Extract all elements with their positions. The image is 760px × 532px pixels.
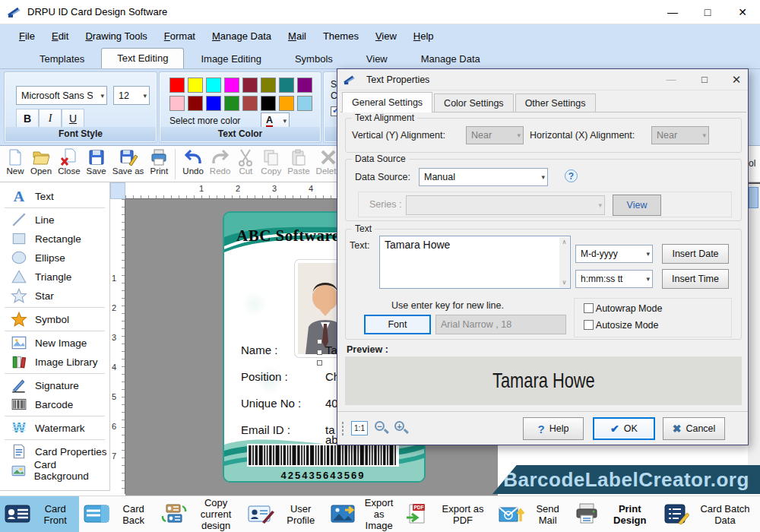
- sidebar-item-ellipse[interactable]: Ellipse: [0, 249, 109, 266]
- color-swatch[interactable]: [261, 78, 276, 93]
- font-family-dropdown[interactable]: Microsoft Sans S▾: [16, 86, 107, 105]
- data-source-dropdown[interactable]: Manual▾: [419, 168, 548, 186]
- sidebar-item-card-background[interactable]: Card Background: [0, 462, 109, 479]
- bottom-export-as-pdf-button[interactable]: PDFExport as PDF: [400, 496, 494, 532]
- dialog-tab-general-settings[interactable]: General Settings: [342, 92, 432, 112]
- tab-view[interactable]: View: [350, 49, 404, 68]
- color-swatch[interactable]: [261, 96, 276, 111]
- autosize-checkbox[interactable]: Autosize Mode: [584, 320, 658, 331]
- selection-handle[interactable]: [317, 360, 322, 366]
- card-barcode[interactable]: 425435643569: [247, 444, 399, 481]
- insert-date-button[interactable]: Insert Date: [662, 244, 729, 264]
- tab-symbols[interactable]: Symbols: [278, 49, 350, 68]
- sidebar-item-line[interactable]: Line: [0, 211, 109, 228]
- bottom-copy-current-design-button[interactable]: Copy current design: [157, 496, 244, 532]
- toolbar-open-button[interactable]: Open: [27, 147, 55, 176]
- help-circle-icon[interactable]: ?: [565, 169, 578, 182]
- sidebar-item-star[interactable]: Star: [0, 287, 109, 304]
- italic-button[interactable]: I: [39, 109, 62, 128]
- dialog-tab-other-settings[interactable]: Other Settings: [515, 93, 596, 112]
- color-swatch[interactable]: [297, 78, 312, 93]
- sidebar-item-image-library[interactable]: Image Library: [0, 353, 109, 370]
- date-format-dropdown[interactable]: M-d-yyyy▾: [575, 245, 653, 263]
- bottom-card-front-button[interactable]: Card Front: [0, 496, 79, 532]
- bottom-card-back-button[interactable]: Card Back: [79, 496, 157, 532]
- dialog-title-bar[interactable]: Text Properties — □ ✕: [337, 69, 748, 90]
- color-swatch[interactable]: [224, 96, 239, 111]
- select-more-color-label[interactable]: Select more color: [169, 116, 240, 126]
- menu-item-format[interactable]: Format: [156, 27, 204, 45]
- tab-manage-data[interactable]: Manage Data: [404, 49, 497, 68]
- color-swatch[interactable]: [169, 78, 185, 93]
- minimize-button[interactable]: —: [655, 0, 690, 24]
- menu-item-themes[interactable]: Themes: [315, 27, 367, 45]
- text-input[interactable]: Tamara Howe ∧∨: [379, 236, 571, 289]
- bottom-card-batch-data-button[interactable]: Card Batch Data: [658, 496, 760, 532]
- toolbar-print-button[interactable]: Print: [147, 147, 171, 176]
- time-format-dropdown[interactable]: h:mm:ss tt▾: [575, 270, 653, 288]
- sidebar-item-watermark[interactable]: WWatermark: [0, 420, 109, 436]
- sidebar-item-barcode[interactable]: Barcode: [0, 396, 109, 413]
- card-position-label[interactable]: Position :: [241, 370, 288, 383]
- toolbar-save-as-button[interactable]: Save as: [109, 147, 147, 176]
- zoom-in-icon[interactable]: +: [394, 420, 409, 435]
- color-swatch[interactable]: [279, 96, 294, 111]
- card-unique-label[interactable]: Unique No :: [241, 397, 301, 410]
- sidebar-item-symbol[interactable]: Symbol: [0, 311, 109, 328]
- menu-item-edit[interactable]: Edit: [43, 27, 77, 45]
- dialog-tab-color-settings[interactable]: Color Settings: [434, 93, 514, 112]
- toolbar-close-button[interactable]: Close: [55, 147, 83, 176]
- color-swatch[interactable]: [188, 78, 203, 93]
- card-name-label[interactable]: Name :: [241, 344, 277, 356]
- bottom-user-profile-button[interactable]: User Profile: [243, 496, 326, 532]
- view-button[interactable]: View: [613, 195, 661, 216]
- bottom-export-as-image-button[interactable]: Export as Image: [326, 496, 400, 532]
- color-swatch[interactable]: [242, 78, 258, 93]
- zoom-out-icon[interactable]: −: [374, 420, 389, 435]
- toolbar-undo-button[interactable]: Undo: [179, 147, 207, 176]
- dialog-close-button[interactable]: ✕: [725, 69, 748, 90]
- font-button[interactable]: Font: [364, 315, 431, 334]
- color-swatch[interactable]: [242, 96, 258, 111]
- close-button[interactable]: ✕: [725, 0, 760, 24]
- insert-time-button[interactable]: Insert Time: [662, 269, 729, 289]
- menu-item-view[interactable]: View: [367, 27, 405, 45]
- color-swatch[interactable]: [188, 96, 203, 111]
- tab-image-editing[interactable]: Image Editing: [184, 49, 278, 68]
- autowrap-checkbox[interactable]: Autowrap Mode: [584, 303, 662, 314]
- sidebar-item-card-properties[interactable]: Card Properties: [0, 443, 109, 460]
- cancel-button[interactable]: ✖Cancel: [663, 417, 725, 440]
- sidebar-item-text[interactable]: AText: [0, 188, 109, 204]
- menu-item-drawing-tools[interactable]: Drawing Tools: [77, 27, 155, 45]
- tab-templates[interactable]: Templates: [23, 49, 101, 68]
- dialog-minimize-button[interactable]: —: [660, 69, 682, 90]
- help-button[interactable]: ?Help: [523, 417, 584, 440]
- color-swatch[interactable]: [297, 96, 312, 111]
- menu-item-manage-data[interactable]: Manage Data: [204, 27, 280, 45]
- sidebar-item-signature[interactable]: Signature: [0, 377, 109, 394]
- selection-handle[interactable]: [317, 339, 322, 344]
- menu-item-help[interactable]: Help: [405, 27, 442, 45]
- menu-item-mail[interactable]: Mail: [280, 27, 315, 45]
- sidebar-item-rectangle[interactable]: Rectangle: [0, 230, 109, 247]
- vertical-scrollbar[interactable]: [748, 182, 760, 476]
- selection-handle[interactable]: [317, 350, 322, 355]
- bottom-print-design-button[interactable]: Print Design: [569, 496, 658, 532]
- sidebar-item-new-image[interactable]: New Image: [0, 334, 109, 351]
- color-swatch[interactable]: [279, 78, 294, 93]
- underline-button[interactable]: U: [62, 109, 84, 128]
- ok-button[interactable]: ✔OK: [593, 417, 655, 440]
- textarea-scrollbar[interactable]: ∧∨: [559, 237, 569, 287]
- color-swatch[interactable]: [206, 96, 221, 111]
- zoom-reset-button[interactable]: 1:1: [351, 421, 368, 435]
- toolbar-save-button[interactable]: Save: [84, 147, 109, 176]
- font-size-dropdown[interactable]: 12▾: [113, 86, 150, 105]
- menu-item-file[interactable]: File: [11, 27, 43, 45]
- maximize-button[interactable]: □: [690, 0, 725, 24]
- color-swatch[interactable]: [224, 78, 239, 93]
- scrollbar-thumb[interactable]: [749, 187, 758, 208]
- color-swatch[interactable]: [206, 78, 221, 93]
- card-name-value[interactable]: Ta: [325, 344, 337, 356]
- sidebar-item-triangle[interactable]: Triangle: [0, 268, 109, 285]
- toolbar-new-button[interactable]: New: [3, 147, 27, 176]
